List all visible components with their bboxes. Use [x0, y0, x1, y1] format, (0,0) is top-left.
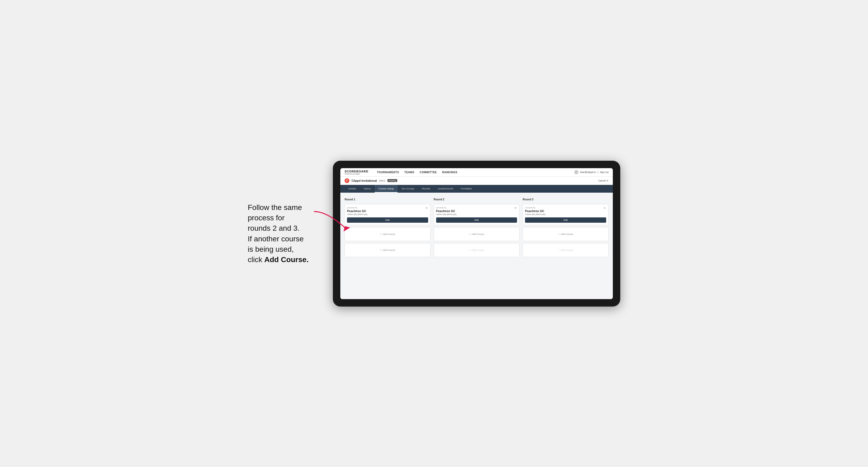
- course-label-r2: (Course A): [436, 207, 514, 209]
- annotation-bold: Add Course.: [264, 255, 308, 264]
- rounds-grid: Round 1 (Course A) Peachtree GC Yellow (…: [345, 198, 609, 257]
- course-info: Yellow (M) (6629 yds): [347, 213, 425, 216]
- add-course-card-r3-1[interactable]: + Add Course: [523, 227, 609, 241]
- tournament-gender: (Men): [379, 179, 385, 182]
- course-card-info: (Course A) Peachtree GC Yellow (M) (6629…: [347, 207, 425, 217]
- round-3-column: Round 3 (Course A) Peachtree GC Yellow (…: [523, 198, 609, 257]
- nav-committee[interactable]: COMMITTEE: [420, 170, 437, 175]
- tablet-device: SCOREBOARD Powered by clippd TOURNAMENTS…: [333, 161, 620, 307]
- nav-right: blair@clippd.io | Sign out: [574, 170, 609, 174]
- annotation-line3: rounds 2 and 3.: [248, 224, 300, 232]
- tab-course-setup[interactable]: Course Setup: [375, 185, 398, 193]
- annotation-line6: click: [248, 255, 264, 264]
- tab-results[interactable]: Results: [418, 185, 434, 193]
- tab-leaderboards[interactable]: Leaderboards: [434, 185, 457, 193]
- course-card-header: (Course A) Peachtree GC Yellow (M) (6629…: [347, 207, 428, 217]
- user-email: blair@clippd.io: [580, 171, 596, 174]
- delete-course-btn-r2[interactable]: ✕: [514, 207, 517, 210]
- add-icon-r3-1: +: [558, 233, 559, 236]
- main-content: Round 1 (Course A) Peachtree GC Yellow (…: [340, 193, 613, 299]
- round-2-title: Round 2: [434, 198, 520, 201]
- course-label-r3: (Course A): [525, 207, 603, 209]
- course-card-header-r3: (Course A) Peachtree GC Yellow (M) (6629…: [525, 207, 606, 217]
- course-name-r3: Peachtree GC: [525, 210, 603, 213]
- tablet-screen: SCOREBOARD Powered by clippd TOURNAMENTS…: [340, 168, 613, 299]
- annotation-line1: Follow the same: [248, 203, 302, 212]
- course-name-r2: Peachtree GC: [436, 210, 514, 213]
- delete-course-btn-r3[interactable]: ✕: [603, 207, 606, 210]
- round-3-title: Round 3: [523, 198, 609, 201]
- clippd-logo: C: [345, 178, 349, 183]
- brand-sub: Powered by clippd: [345, 173, 368, 175]
- edit-course-button-r3[interactable]: Edit: [525, 217, 606, 223]
- tournament-name: Clippd Invitational: [351, 179, 377, 182]
- nav-tournaments[interactable]: TOURNAMENTS: [377, 170, 399, 175]
- add-icon-r3-2: +: [558, 249, 559, 251]
- avatar-icon: [574, 170, 579, 174]
- brand-name: SCOREBOARD: [345, 170, 368, 173]
- round-1-column: Round 1 (Course A) Peachtree GC Yellow (…: [345, 198, 431, 257]
- add-icon-r2-2: +: [469, 249, 470, 251]
- nav-teams[interactable]: TEAMS: [404, 170, 414, 175]
- course-card-header-r2: (Course A) Peachtree GC Yellow (M) (6629…: [436, 207, 517, 217]
- add-course-label-r1-2: Add Course: [382, 249, 395, 251]
- add-icon-r2-1: +: [469, 233, 470, 236]
- tabs-bar: Details Teams Course Setup Tee Groups Re…: [340, 185, 613, 193]
- add-course-label-r1-1: Add Course: [382, 233, 395, 236]
- edit-course-button-r2[interactable]: Edit: [436, 217, 517, 223]
- add-course-card-r1-1[interactable]: + Add Course: [345, 227, 431, 241]
- annotation-text: Follow the same process for rounds 2 and…: [248, 202, 322, 265]
- tab-details[interactable]: Details: [345, 185, 360, 193]
- add-course-card-r3-2: + Add Course: [523, 243, 609, 257]
- annotation-line4: If another course: [248, 235, 304, 243]
- nav-rankings[interactable]: RANKINGS: [442, 170, 457, 175]
- add-course-label-r3-2: Add Course: [561, 249, 574, 251]
- top-nav: SCOREBOARD Powered by clippd TOURNAMENTS…: [340, 168, 613, 177]
- add-icon-r1-2: +: [380, 249, 381, 251]
- course-card-info-r2: (Course A) Peachtree GC Yellow (M) (6629…: [436, 207, 514, 217]
- sub-header-left: C Clippd Invitational (Men) Hosting: [345, 178, 397, 183]
- brand: SCOREBOARD Powered by clippd: [345, 170, 368, 175]
- hosting-badge: Hosting: [388, 179, 397, 182]
- course-info-r2: Yellow (M) (6629 yds): [436, 213, 514, 216]
- add-course-card-r1-2[interactable]: + Add Course: [345, 243, 431, 257]
- annotation-line5: is being used,: [248, 245, 294, 253]
- add-course-label-r3-1: Add Course: [561, 233, 574, 236]
- course-card-info-r3: (Course A) Peachtree GC Yellow (M) (6629…: [525, 207, 603, 217]
- course-label: (Course A): [347, 207, 425, 209]
- cancel-button[interactable]: Cancel ✕: [598, 179, 609, 182]
- course-info-r3: Yellow (M) (6629 yds): [525, 213, 603, 216]
- add-course-card-r2-2: + Add Course: [434, 243, 520, 257]
- add-course-card-r2-1[interactable]: + Add Course: [434, 227, 520, 241]
- separator: |: [598, 171, 598, 174]
- edit-course-button-r1[interactable]: Edit: [347, 217, 428, 223]
- nav-links: TOURNAMENTS TEAMS COMMITTEE RANKINGS: [377, 170, 568, 175]
- sub-header: C Clippd Invitational (Men) Hosting Canc…: [340, 177, 613, 185]
- add-course-label-r2-1: Add Course: [471, 233, 484, 236]
- course-name: Peachtree GC: [347, 210, 425, 213]
- tab-teams[interactable]: Teams: [360, 185, 375, 193]
- round-1-course-card: (Course A) Peachtree GC Yellow (M) (6629…: [345, 204, 431, 225]
- add-course-label-r2-2: Add Course: [471, 249, 484, 251]
- tab-tee-groups[interactable]: Tee Groups: [398, 185, 418, 193]
- round-2-column: Round 2 (Course A) Peachtree GC Yellow (…: [434, 198, 520, 257]
- cancel-x-icon: ✕: [607, 179, 609, 182]
- add-icon-r1-1: +: [380, 233, 381, 236]
- delete-course-btn[interactable]: ✕: [425, 207, 428, 210]
- sign-out-link[interactable]: Sign out: [600, 171, 609, 174]
- tab-printables[interactable]: Printables: [457, 185, 476, 193]
- round-3-course-card: (Course A) Peachtree GC Yellow (M) (6629…: [523, 204, 609, 225]
- page-wrapper: Follow the same process for rounds 2 and…: [248, 161, 620, 307]
- round-2-course-card: (Course A) Peachtree GC Yellow (M) (6629…: [434, 204, 520, 225]
- round-1-title: Round 1: [345, 198, 431, 201]
- annotation-line2: process for: [248, 214, 285, 222]
